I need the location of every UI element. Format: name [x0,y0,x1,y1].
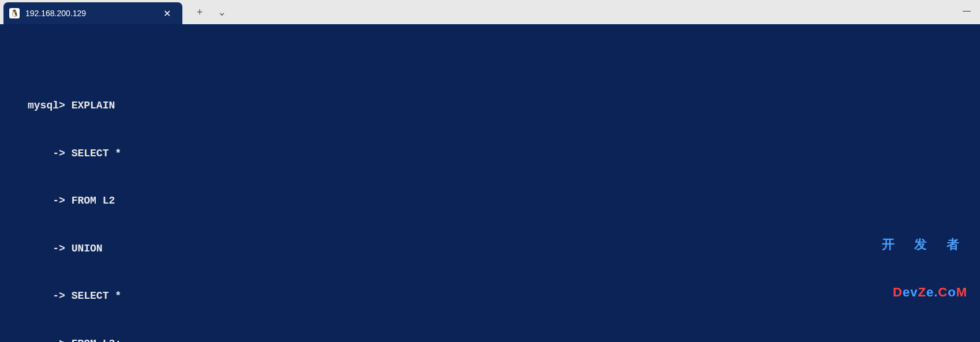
app-window: 🐧 192.168.200.129 ✕ + ⌄ — mysql> EXPLAIN… [0,0,980,342]
tab-title: 192.168.200.129 [25,9,154,18]
tux-icon: 🐧 [9,8,20,18]
minimize-button[interactable]: — [953,0,980,21]
titlebar: 🐧 192.168.200.129 ✕ + ⌄ — [0,0,980,24]
query-line: mysql> EXPLAIN [0,98,980,114]
close-tab-button[interactable]: ✕ [160,7,174,20]
watermark: 开 发 者 DevZe.CoM [882,205,967,332]
query-line: -> UNION [0,241,980,257]
query-line: -> SELECT * [0,288,980,305]
window-controls: — [953,0,980,21]
query-line: -> SELECT * [0,146,980,162]
new-tab-button[interactable]: + [190,3,209,21]
tab-dropdown-button[interactable]: ⌄ [212,3,231,21]
query-line: -> FROM L2 [0,193,980,209]
query-line: -> FROM L3; [0,336,980,343]
terminal-pane[interactable]: mysql> EXPLAIN -> SELECT * -> FROM L2 ->… [0,24,980,342]
tabbar-actions: + ⌄ [190,0,231,24]
tab-active[interactable]: 🐧 192.168.200.129 ✕ [3,2,182,24]
